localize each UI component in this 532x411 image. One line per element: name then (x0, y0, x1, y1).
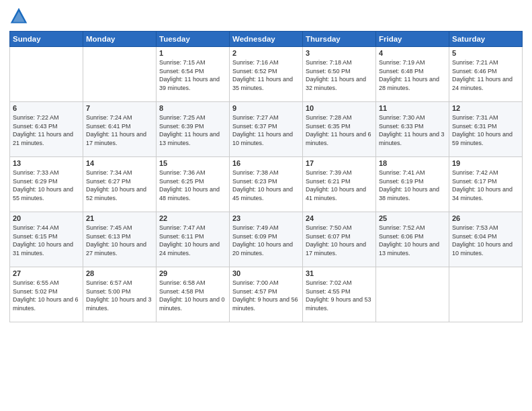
calendar-cell: 28Sunrise: 6:57 AM Sunset: 5:00 PM Dayli… (83, 267, 157, 322)
day-info: Sunrise: 6:55 AM Sunset: 5:02 PM Dayligh… (13, 279, 80, 312)
day-info: Sunrise: 7:41 AM Sunset: 6:19 PM Dayligh… (379, 169, 446, 202)
calendar-week-row: 27Sunrise: 6:55 AM Sunset: 5:02 PM Dayli… (10, 267, 523, 322)
day-info: Sunrise: 7:27 AM Sunset: 6:37 PM Dayligh… (232, 113, 300, 147)
calendar-cell: 13Sunrise: 7:33 AM Sunset: 6:29 PM Dayli… (10, 157, 83, 212)
day-info: Sunrise: 7:00 AM Sunset: 4:57 PM Dayligh… (232, 279, 300, 312)
day-info: Sunrise: 6:58 AM Sunset: 4:58 PM Dayligh… (159, 279, 226, 312)
header (9, 7, 523, 26)
day-number: 23 (232, 214, 300, 222)
day-info: Sunrise: 7:39 AM Sunset: 6:21 PM Dayligh… (306, 169, 373, 202)
calendar-week-row: 6Sunrise: 7:22 AM Sunset: 6:43 PM Daylig… (10, 102, 523, 157)
logo-icon (9, 7, 28, 26)
day-info: Sunrise: 7:31 AM Sunset: 6:31 PM Dayligh… (452, 113, 519, 147)
calendar-cell: 10Sunrise: 7:28 AM Sunset: 6:35 PM Dayli… (303, 102, 376, 157)
day-info: Sunrise: 7:33 AM Sunset: 6:29 PM Dayligh… (13, 169, 80, 202)
day-number: 3 (306, 49, 373, 57)
calendar-cell: 26Sunrise: 7:53 AM Sunset: 6:04 PM Dayli… (449, 212, 523, 267)
calendar-cell: 25Sunrise: 7:52 AM Sunset: 6:06 PM Dayli… (376, 212, 449, 267)
calendar-cell: 8Sunrise: 7:25 AM Sunset: 6:39 PM Daylig… (157, 102, 230, 157)
calendar-cell: 7Sunrise: 7:24 AM Sunset: 6:41 PM Daylig… (83, 102, 157, 157)
day-number: 10 (306, 104, 373, 112)
day-info: Sunrise: 7:21 AM Sunset: 6:46 PM Dayligh… (452, 58, 519, 92)
day-number: 31 (306, 269, 373, 277)
day-info: Sunrise: 7:02 AM Sunset: 4:55 PM Dayligh… (306, 279, 373, 312)
calendar-cell: 19Sunrise: 7:42 AM Sunset: 6:17 PM Dayli… (449, 157, 523, 212)
day-info: Sunrise: 6:57 AM Sunset: 5:00 PM Dayligh… (86, 279, 153, 312)
weekday-header: Monday (83, 32, 157, 47)
calendar-cell: 16Sunrise: 7:38 AM Sunset: 6:23 PM Dayli… (230, 157, 303, 212)
day-number: 15 (159, 159, 226, 167)
calendar-cell: 24Sunrise: 7:50 AM Sunset: 6:07 PM Dayli… (303, 212, 376, 267)
calendar-cell: 12Sunrise: 7:31 AM Sunset: 6:31 PM Dayli… (449, 102, 523, 157)
calendar-cell: 18Sunrise: 7:41 AM Sunset: 6:19 PM Dayli… (376, 157, 449, 212)
day-number: 5 (452, 49, 519, 57)
calendar-cell: 15Sunrise: 7:36 AM Sunset: 6:25 PM Dayli… (157, 157, 230, 212)
calendar-cell: 1Sunrise: 7:15 AM Sunset: 6:54 PM Daylig… (157, 47, 230, 102)
calendar-cell: 2Sunrise: 7:16 AM Sunset: 6:52 PM Daylig… (230, 47, 303, 102)
day-number: 8 (159, 104, 226, 112)
day-number: 13 (13, 159, 80, 167)
day-info: Sunrise: 7:45 AM Sunset: 6:13 PM Dayligh… (86, 224, 153, 257)
day-info: Sunrise: 7:49 AM Sunset: 6:09 PM Dayligh… (232, 224, 300, 257)
calendar-cell: 22Sunrise: 7:47 AM Sunset: 6:11 PM Dayli… (157, 212, 230, 267)
day-info: Sunrise: 7:18 AM Sunset: 6:50 PM Dayligh… (306, 58, 373, 92)
calendar-cell (83, 47, 157, 102)
calendar-cell: 27Sunrise: 6:55 AM Sunset: 5:02 PM Dayli… (10, 267, 83, 322)
calendar-cell: 5Sunrise: 7:21 AM Sunset: 6:46 PM Daylig… (449, 47, 523, 102)
day-info: Sunrise: 7:30 AM Sunset: 6:33 PM Dayligh… (379, 113, 446, 147)
calendar-cell: 14Sunrise: 7:34 AM Sunset: 6:27 PM Dayli… (83, 157, 157, 212)
day-info: Sunrise: 7:19 AM Sunset: 6:48 PM Dayligh… (379, 58, 446, 92)
calendar-cell: 17Sunrise: 7:39 AM Sunset: 6:21 PM Dayli… (303, 157, 376, 212)
calendar-cell (10, 47, 83, 102)
day-number: 16 (232, 159, 300, 167)
weekday-header-row: SundayMondayTuesdayWednesdayThursdayFrid… (10, 32, 523, 47)
day-info: Sunrise: 7:24 AM Sunset: 6:41 PM Dayligh… (86, 113, 153, 147)
day-info: Sunrise: 7:44 AM Sunset: 6:15 PM Dayligh… (13, 224, 80, 257)
weekday-header: Sunday (10, 32, 83, 47)
calendar-cell: 4Sunrise: 7:19 AM Sunset: 6:48 PM Daylig… (376, 47, 449, 102)
calendar-cell: 30Sunrise: 7:00 AM Sunset: 4:57 PM Dayli… (230, 267, 303, 322)
day-info: Sunrise: 7:42 AM Sunset: 6:17 PM Dayligh… (452, 169, 519, 202)
day-number: 18 (379, 159, 446, 167)
calendar-cell: 6Sunrise: 7:22 AM Sunset: 6:43 PM Daylig… (10, 102, 83, 157)
day-number: 20 (13, 214, 80, 222)
day-number: 19 (452, 159, 519, 167)
calendar-week-row: 13Sunrise: 7:33 AM Sunset: 6:29 PM Dayli… (10, 157, 523, 212)
calendar-week-row: 20Sunrise: 7:44 AM Sunset: 6:15 PM Dayli… (10, 212, 523, 267)
day-number: 12 (452, 104, 519, 112)
calendar-cell (376, 267, 449, 322)
day-number: 27 (13, 269, 80, 277)
day-info: Sunrise: 7:36 AM Sunset: 6:25 PM Dayligh… (159, 169, 226, 202)
day-number: 29 (159, 269, 226, 277)
calendar-cell: 29Sunrise: 6:58 AM Sunset: 4:58 PM Dayli… (157, 267, 230, 322)
day-info: Sunrise: 7:38 AM Sunset: 6:23 PM Dayligh… (232, 169, 300, 202)
day-number: 4 (379, 49, 446, 57)
day-number: 25 (379, 214, 446, 222)
day-number: 14 (86, 159, 153, 167)
day-info: Sunrise: 7:34 AM Sunset: 6:27 PM Dayligh… (86, 169, 153, 202)
day-info: Sunrise: 7:16 AM Sunset: 6:52 PM Dayligh… (232, 58, 300, 92)
day-number: 9 (232, 104, 300, 112)
day-number: 6 (13, 104, 80, 112)
calendar-cell: 20Sunrise: 7:44 AM Sunset: 6:15 PM Dayli… (10, 212, 83, 267)
day-info: Sunrise: 7:47 AM Sunset: 6:11 PM Dayligh… (159, 224, 226, 257)
calendar-cell: 31Sunrise: 7:02 AM Sunset: 4:55 PM Dayli… (303, 267, 376, 322)
weekday-header: Wednesday (230, 32, 303, 47)
day-number: 26 (452, 214, 519, 222)
calendar-cell: 23Sunrise: 7:49 AM Sunset: 6:09 PM Dayli… (230, 212, 303, 267)
day-number: 21 (86, 214, 153, 222)
calendar-cell: 11Sunrise: 7:30 AM Sunset: 6:33 PM Dayli… (376, 102, 449, 157)
day-number: 17 (306, 159, 373, 167)
day-info: Sunrise: 7:22 AM Sunset: 6:43 PM Dayligh… (13, 113, 80, 147)
calendar-cell (449, 267, 523, 322)
day-info: Sunrise: 7:15 AM Sunset: 6:54 PM Dayligh… (159, 58, 226, 92)
day-number: 1 (159, 49, 226, 57)
weekday-header: Tuesday (157, 32, 230, 47)
calendar-cell: 21Sunrise: 7:45 AM Sunset: 6:13 PM Dayli… (83, 212, 157, 267)
day-number: 24 (306, 214, 373, 222)
day-info: Sunrise: 7:25 AM Sunset: 6:39 PM Dayligh… (159, 113, 226, 147)
logo (9, 7, 31, 26)
day-info: Sunrise: 7:52 AM Sunset: 6:06 PM Dayligh… (379, 224, 446, 257)
weekday-header: Saturday (449, 32, 523, 47)
day-number: 28 (86, 269, 153, 277)
